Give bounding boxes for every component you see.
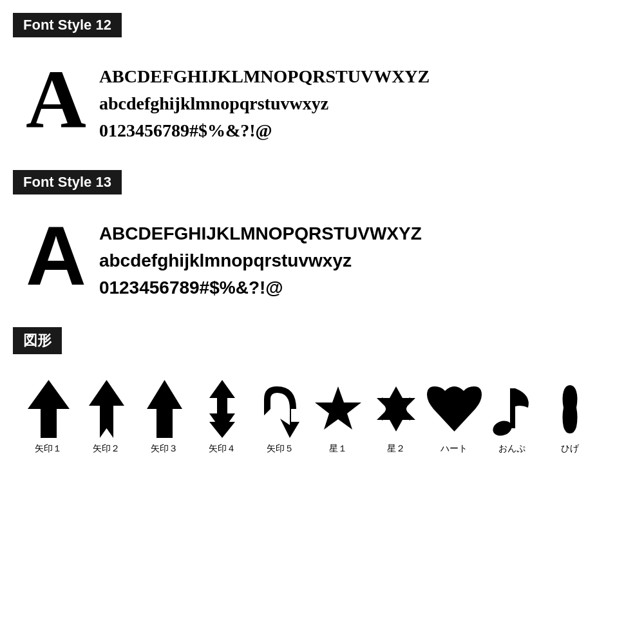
font13-lowercase: abcdefghijklmnopqrstuvwxyz — [99, 247, 422, 274]
shape-onpu: おんぷ — [483, 380, 541, 455]
shapes-section: 図形 矢印１ 矢印２ — [13, 327, 631, 461]
font13-uppercase: ABCDEFGHIJKLMNOPQRSTUVWXYZ — [99, 220, 422, 247]
shape-yajirushi2: 矢印２ — [77, 380, 135, 455]
yajirushi5-icon — [261, 380, 299, 438]
yajirushi2-icon — [89, 380, 124, 438]
font-style-12-header: Font Style 12 — [13, 13, 122, 37]
font13-big-letter: A — [26, 214, 86, 298]
svg-marker-1 — [89, 380, 124, 438]
font12-lowercase: abcdefghijklmnopqrstuvwxyz — [99, 90, 430, 117]
hige-icon — [560, 380, 580, 438]
hoshi1-icon — [312, 380, 364, 438]
svg-marker-0 — [28, 380, 70, 438]
font-style-13-section: Font Style 13 A ABCDEFGHIJKLMNOPQRSTUVWX… — [13, 170, 631, 308]
hoshi1-label: 星１ — [329, 443, 347, 455]
font13-demo: A ABCDEFGHIJKLMNOPQRSTUVWXYZ abcdefghijk… — [13, 207, 631, 308]
hoshi2-label: 星２ — [387, 443, 405, 455]
shape-hoshi2: 星２ — [367, 380, 425, 455]
font-style-12-section: Font Style 12 A ABCDEFGHIJKLMNOPQRSTUVWX… — [13, 13, 631, 151]
yajirushi1-icon — [28, 380, 70, 438]
font-style-13-header: Font Style 13 — [13, 170, 122, 194]
shape-hige: ひげ — [541, 380, 599, 455]
heart-icon — [427, 380, 482, 438]
yajirushi4-icon — [209, 380, 235, 438]
yajirushi3-label: 矢印３ — [151, 443, 178, 455]
onpu-icon — [493, 380, 531, 438]
heart-label: ハート — [440, 443, 468, 455]
font13-numbers: 0123456789#$%&?!@ — [99, 274, 422, 301]
svg-rect-9 — [510, 388, 515, 428]
font13-chars: ABCDEFGHIJKLMNOPQRSTUVWXYZ abcdefghijklm… — [99, 214, 422, 301]
font12-chars: ABCDEFGHIJKLMNOPQRSTUVWXYZ abcdefghijklm… — [99, 57, 430, 144]
hige-label: ひげ — [561, 443, 579, 455]
shape-hoshi1: 星１ — [309, 380, 367, 455]
yajirushi3-icon — [147, 380, 182, 438]
hoshi2-icon — [370, 380, 422, 438]
font12-uppercase: ABCDEFGHIJKLMNOPQRSTUVWXYZ — [99, 63, 430, 90]
yajirushi2-label: 矢印２ — [93, 443, 120, 455]
shape-yajirushi5: 矢印５ — [251, 380, 309, 455]
onpu-label: おんぷ — [498, 443, 526, 455]
yajirushi1-label: 矢印１ — [35, 443, 62, 455]
shape-yajirushi4: 矢印４ — [193, 380, 251, 455]
shape-heart: ハート — [425, 380, 483, 455]
font12-demo: A ABCDEFGHIJKLMNOPQRSTUVWXYZ abcdefghijk… — [13, 50, 631, 151]
font12-numbers: 0123456789#$%&?!@ — [99, 117, 430, 144]
shape-yajirushi3: 矢印３ — [135, 380, 193, 455]
font12-big-letter: A — [26, 57, 86, 140]
svg-marker-5 — [315, 386, 361, 430]
yajirushi4-label: 矢印４ — [209, 443, 236, 455]
shape-yajirushi1: 矢印１ — [19, 380, 77, 455]
shapes-header: 図形 — [13, 327, 62, 354]
yajirushi5-label: 矢印５ — [267, 443, 294, 455]
shapes-grid: 矢印１ 矢印２ 矢印３ — [13, 367, 631, 461]
svg-marker-2 — [147, 380, 182, 438]
